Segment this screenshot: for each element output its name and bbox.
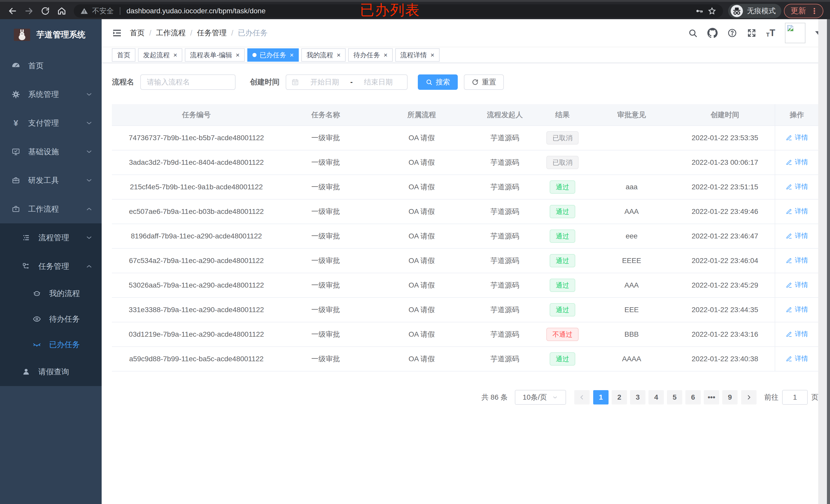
forward-icon[interactable] [22, 4, 36, 18]
tab-start-process[interactable]: 发起流程× [138, 48, 182, 62]
help-icon[interactable] [727, 28, 737, 38]
cell-task-name: 一级审批 [281, 224, 371, 248]
tab-home[interactable]: 首页 [112, 48, 135, 62]
detail-link[interactable]: 详情 [786, 330, 808, 338]
breadcrumb-task-mgmt[interactable]: 任务管理 [197, 28, 227, 38]
tab-form-edit[interactable]: 流程表单-编辑× [185, 48, 245, 62]
sidebar-item-todo-tasks[interactable]: 待办任务 [0, 306, 102, 332]
process-name-input[interactable]: 请输入流程名 [140, 74, 235, 90]
close-icon[interactable]: × [173, 52, 177, 58]
tab-todo-tasks[interactable]: 待办任务× [348, 48, 392, 62]
fullscreen-icon[interactable] [747, 28, 757, 38]
page-number-button[interactable]: ••• [704, 390, 719, 404]
hamburger-icon[interactable] [112, 28, 122, 38]
sidebar-item-process-mgmt[interactable]: 流程管理 [0, 223, 102, 252]
reset-button[interactable]: 重置 [464, 74, 504, 90]
sidebar-item-task-mgmt[interactable]: 任务管理 [0, 252, 102, 281]
breadcrumb-workflow[interactable]: 工作流程 [156, 28, 186, 38]
close-icon[interactable]: × [384, 52, 387, 58]
tab-done-tasks[interactable]: 已办任务× [247, 48, 299, 62]
detail-link[interactable]: 详情 [786, 231, 808, 240]
user-icon [21, 367, 32, 376]
detail-link[interactable]: 详情 [786, 182, 808, 191]
font-size-icon[interactable]: TT [766, 28, 775, 38]
goto-page: 前往 1 页 [764, 390, 819, 405]
detail-link[interactable]: 详情 [786, 158, 808, 167]
search-button[interactable]: 搜索 [418, 74, 458, 90]
sidebar-item-workflow[interactable]: 工作流程 [0, 195, 102, 223]
page-number-button[interactable]: 6 [685, 390, 701, 404]
active-dot [252, 53, 257, 57]
page-buttons: 1 2 3 4 5 6 ••• [593, 390, 738, 404]
page-number-button[interactable]: 5 [667, 390, 682, 404]
github-icon[interactable] [707, 28, 717, 38]
reload-icon[interactable] [38, 4, 52, 18]
table-row: 215cf4e5-7b9b-11ec-9a1b-acde48001122 一级审… [112, 175, 819, 199]
cell-task-name: 一级审批 [281, 175, 371, 199]
sidebar-item-label: 待办任务 [49, 314, 80, 325]
incognito-label: 无痕模式 [747, 6, 776, 16]
detail-link[interactable]: 详情 [786, 280, 808, 289]
prev-page-button[interactable] [574, 390, 589, 404]
edit-pencil-icon [786, 208, 792, 215]
sidebar-item-home[interactable]: 首页 [0, 52, 102, 80]
close-icon[interactable]: × [290, 52, 294, 58]
page-number-button[interactable]: 4 [648, 390, 664, 404]
sidebar-item-infra[interactable]: 基础设施 [0, 137, 102, 166]
sidebar-item-label: 请假查询 [38, 367, 69, 377]
page-size-select[interactable]: 10条/页 [515, 390, 566, 405]
scrollbar[interactable] [818, 19, 830, 504]
incognito-icon [730, 4, 743, 18]
cell-action: 详情 [775, 224, 819, 248]
close-icon[interactable]: × [430, 52, 435, 58]
table-row: 67c534a2-7b9a-11ec-a290-acde48001122 一级审… [112, 248, 819, 273]
avatar[interactable] [785, 23, 805, 43]
sidebar: 芋道管理系统 首页 系统管理 [0, 19, 102, 504]
detail-link[interactable]: 详情 [786, 133, 808, 142]
chevron-up-icon [86, 263, 92, 270]
cell-created: 2022-01-22 23:46:04 [675, 248, 775, 273]
page-number-button[interactable]: 1 [593, 390, 609, 404]
cell-created: 2022-01-22 23:51:15 [675, 175, 775, 199]
tab-process-detail[interactable]: 流程详情× [395, 48, 440, 62]
status-badge: 已取消 [546, 131, 579, 144]
key-icon[interactable] [695, 7, 704, 15]
tab-my-process[interactable]: 我的流程× [301, 48, 346, 62]
next-page-button[interactable] [741, 390, 757, 404]
page-number-button[interactable]: 2 [612, 390, 627, 404]
detail-link[interactable]: 详情 [786, 305, 808, 314]
cell-starter: 芋道源码 [473, 224, 537, 248]
page-number-button[interactable]: 9 [722, 390, 738, 404]
back-icon[interactable] [6, 4, 20, 18]
close-icon[interactable]: × [236, 52, 240, 58]
cell-task-id: 8196daff-7b9a-11ec-a290-acde48001122 [112, 224, 281, 248]
logo-row[interactable]: 芋道管理系统 [0, 19, 102, 44]
detail-link[interactable]: 详情 [786, 207, 808, 216]
cell-action: 详情 [775, 347, 819, 371]
home-icon[interactable] [55, 4, 69, 18]
sidebar-item-my-process[interactable]: 我的流程 [0, 281, 102, 306]
cell-task-id: 215cf4e5-7b9b-11ec-9a1b-acde48001122 [112, 175, 281, 199]
cell-created: 2022-01-22 23:43:16 [675, 322, 775, 347]
date-range-input[interactable]: 开始日期 - 结束日期 [286, 74, 408, 90]
sidebar-item-pay[interactable]: ¥ 支付管理 [0, 109, 102, 137]
update-button[interactable]: 更新 [784, 4, 823, 18]
breadcrumb-home[interactable]: 首页 [130, 28, 145, 38]
table-row: a59c9d88-7b99-11ec-ba5c-acde48001122 一级审… [112, 347, 819, 371]
detail-link[interactable]: 详情 [786, 354, 808, 363]
goto-page-input[interactable]: 1 [782, 390, 808, 405]
sidebar-item-leave-query[interactable]: 请假查询 [0, 358, 102, 386]
detail-link[interactable]: 详情 [786, 256, 808, 265]
page-number-button[interactable]: 3 [630, 390, 645, 404]
chevron-down-icon [86, 234, 92, 241]
sidebar-item-system[interactable]: 系统管理 [0, 80, 102, 109]
sidebar-item-done-tasks[interactable]: 已办任务 [0, 332, 102, 358]
sidebar-item-dev[interactable]: 研发工具 [0, 166, 102, 195]
bookmark-star-icon[interactable] [708, 7, 716, 15]
close-icon[interactable]: × [337, 52, 341, 58]
edit-pencil-icon [786, 233, 792, 239]
security-label[interactable]: 不安全 [92, 6, 114, 16]
col-action: 操作 [775, 104, 819, 126]
select-caret-icon [552, 394, 558, 400]
search-icon[interactable] [688, 28, 698, 38]
